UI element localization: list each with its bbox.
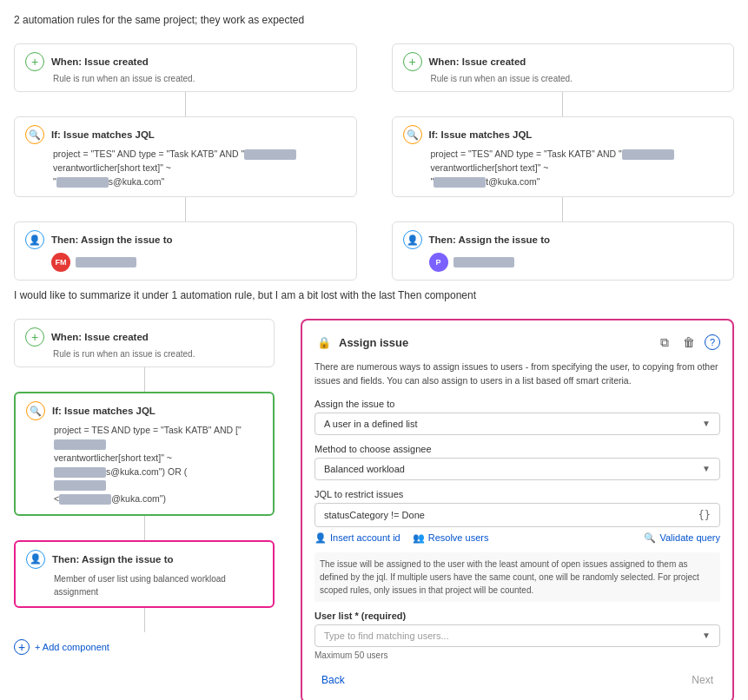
help-icon[interactable]: ? — [705, 334, 720, 350]
panel-action-icons: ⧉ 🗑 ? — [656, 333, 720, 351]
combined-if-card: 🔍 If: Issue matches JQL project = TES AN… — [14, 392, 275, 516]
rule2-if-body: project = "TES" AND type = "Task KATB" A… — [431, 148, 724, 188]
insert-account-btn[interactable]: 👤 Insert account id — [314, 532, 400, 544]
assignment-note: The issue will be assigned to the user w… — [314, 552, 720, 602]
panel-header: 🔒 Assign issue ⧉ 🗑 ? — [314, 333, 720, 352]
search-icon-1: 🔍 — [25, 125, 44, 144]
rule1-when-title: When: Issue created — [51, 56, 149, 67]
method-select[interactable]: Balanced workload ▼ — [314, 458, 720, 480]
trash-icon[interactable]: 🗑 — [680, 333, 698, 351]
search-icon-2: 🔍 — [403, 125, 422, 144]
assign-issue-panel: 🔒 Assign issue ⧉ 🗑 ? There are numerous … — [301, 319, 734, 700]
bottom-description: I would like to summarize it under 1 aut… — [14, 289, 734, 301]
rule1-if-card: 🔍 If: Issue matches JQL project = "TES" … — [14, 116, 357, 197]
combined-connector-2 — [144, 516, 145, 540]
lock-icon: 🔒 — [314, 333, 334, 352]
rule2-then-card: 👤 Then: Assign the issue to P — [392, 221, 735, 281]
jql-braces-icon: {} — [698, 509, 711, 521]
combined-when-title: When: Issue created — [51, 332, 149, 342]
connector-1 — [185, 92, 186, 116]
rule2-when-title: When: Issue created — [429, 56, 526, 67]
users-icon: 👥 — [413, 532, 425, 544]
rule1-then-card: 👤 Then: Assign the issue to FM — [14, 221, 357, 281]
avatar-p: P — [429, 253, 448, 272]
combined-then-card: 👤 Then: Assign the issue to Member of us… — [14, 540, 275, 608]
resolve-users-label: Resolve users — [428, 532, 489, 543]
copy-icon[interactable]: ⧉ — [656, 333, 673, 351]
combined-assign-icon: 👤 — [26, 550, 45, 569]
top-description: 2 automation rules for the same project;… — [14, 14, 734, 26]
resolve-users-btn[interactable]: 👥 Resolve users — [413, 532, 489, 544]
rule-1-column: + When: Issue created Rule is run when a… — [14, 43, 357, 281]
panel-title: Assign issue — [339, 336, 408, 349]
assign-icon-1: 👤 — [25, 230, 44, 249]
rule1-then-title: Then: Assign the issue to — [51, 234, 173, 245]
validate-query-label: Validate query — [659, 532, 720, 543]
rule1-when-subtitle: Rule is run when an issue is created. — [53, 74, 346, 83]
when-plus-icon: + — [25, 52, 44, 71]
rule1-if-body: project = "TES" AND type = "Task KATB" A… — [53, 148, 346, 188]
combined-if-body: project = TES AND type = "Task KATB" AND… — [54, 424, 262, 506]
next-button[interactable]: Next — [685, 670, 720, 690]
combined-when-card: + When: Issue created Rule is run when a… — [14, 319, 275, 367]
assign-to-value: A user in a defined list — [324, 419, 418, 429]
method-value: Balanced workload — [324, 464, 405, 474]
max-users-text: Maximum 50 users — [314, 650, 720, 660]
combined-search-icon: 🔍 — [26, 401, 45, 420]
panel-footer: Back Next — [314, 670, 720, 690]
search-icon-panel: 🔍 — [644, 532, 656, 544]
connector-2 — [185, 197, 186, 221]
rule2-if-card: 🔍 If: Issue matches JQL project = "TES" … — [392, 116, 735, 197]
rule-2-column: + When: Issue created Rule is run when a… — [392, 43, 735, 281]
connector-4 — [562, 197, 563, 221]
user-list-arrow-icon: ▼ — [702, 631, 711, 640]
jql-label: JQL to restrict issues — [314, 489, 720, 499]
rule1-when-card: + When: Issue created Rule is run when a… — [14, 43, 357, 92]
rule2-when-subtitle: Rule is run when an issue is created. — [431, 74, 724, 83]
combined-if-title: If: Issue matches JQL — [52, 406, 156, 416]
assign-to-arrow-icon: ▼ — [702, 419, 711, 428]
assign-icon-2: 👤 — [403, 230, 422, 249]
user-list-placeholder: Type to find matching users... — [324, 631, 449, 641]
add-component-plus-icon: + — [14, 639, 30, 655]
add-component-row[interactable]: + + Add component — [14, 639, 275, 655]
insert-account-label: Insert account id — [330, 532, 400, 543]
panel-description: There are numerous ways to assign issues… — [314, 360, 720, 388]
combined-rule-panel: + When: Issue created Rule is run when a… — [14, 319, 283, 655]
combined-connector-3 — [144, 608, 145, 632]
rule1-if-title: If: Issue matches JQL — [51, 129, 155, 140]
assign-to-select[interactable]: A user in a defined list ▼ — [314, 413, 720, 435]
combined-connector-1 — [144, 367, 145, 392]
rule2-user-blurred — [453, 257, 514, 267]
rule2-if-title: If: Issue matches JQL — [429, 129, 533, 140]
assign-to-label: Assign the issue to — [314, 399, 720, 409]
person-icon: 👤 — [314, 532, 327, 544]
jql-value: statusCategory != Done — [324, 510, 425, 520]
connector-3 — [562, 92, 563, 116]
jql-field[interactable]: statusCategory != Done {} — [314, 503, 720, 527]
avatar-fm: FM — [51, 253, 70, 272]
combined-when-subtitle: Rule is run when an issue is created. — [53, 349, 263, 359]
rule2-then-title: Then: Assign the issue to — [429, 234, 551, 245]
when-plus-icon-2: + — [403, 52, 422, 71]
user-list-input[interactable]: Type to find matching users... ▼ — [314, 624, 720, 647]
combined-when-plus: + — [25, 327, 44, 347]
method-arrow-icon: ▼ — [702, 464, 711, 473]
combined-then-subtitle: Member of user list using balanced workl… — [54, 572, 262, 598]
back-button[interactable]: Back — [314, 670, 352, 690]
user-list-label: User list * (required) — [314, 611, 720, 621]
rule2-when-card: + When: Issue created Rule is run when a… — [392, 43, 735, 92]
combined-then-title: Then: Assign the issue to — [52, 554, 174, 565]
link-row: 👤 Insert account id 👥 Resolve users 🔍 Va… — [314, 532, 720, 544]
rule1-user-blurred — [76, 257, 136, 267]
add-component-label: + Add component — [35, 642, 109, 652]
method-label: Method to choose assignee — [314, 444, 720, 454]
panel-title-row: 🔒 Assign issue — [314, 333, 408, 352]
validate-query-btn[interactable]: 🔍 Validate query — [644, 532, 720, 544]
